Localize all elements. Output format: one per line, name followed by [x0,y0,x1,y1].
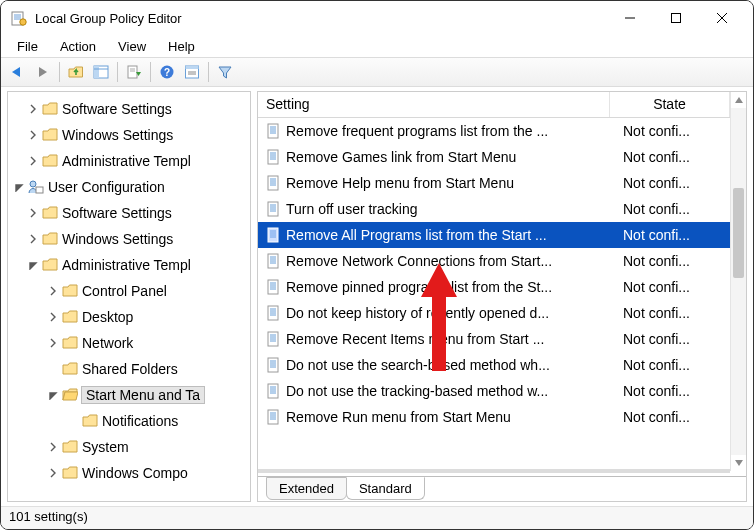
menu-action[interactable]: Action [50,37,106,56]
policy-icon [266,149,282,165]
svg-marker-25 [16,185,22,191]
setting-row[interactable]: Do not keep history of recently opened d… [258,300,746,326]
folder-open-icon [62,387,78,403]
col-setting[interactable]: Setting [258,92,610,117]
folder-icon [42,153,58,169]
setting-row[interactable]: Remove pinned programs list from the St.… [258,274,746,300]
setting-row[interactable]: Do not use the tracking-based method w..… [258,378,746,404]
setting-state: Not confi... [617,175,730,191]
tab-extended[interactable]: Extended [266,477,347,500]
tree-label: Windows Settings [62,231,177,247]
setting-state: Not confi... [617,305,730,321]
setting-row[interactable]: Remove All Programs list from the Start … [258,222,746,248]
vertical-scrollbar[interactable] [730,92,746,471]
setting-row[interactable]: Remove Network Connections from Start...… [258,248,746,274]
scroll-up-button[interactable] [731,92,746,108]
svg-marker-10 [39,67,47,77]
folder-icon [42,205,58,221]
menu-view[interactable]: View [108,37,156,56]
tree-label: Windows Compo [82,465,192,481]
tree-node-system[interactable]: System [8,434,250,460]
maximize-button[interactable] [653,3,699,33]
help-button[interactable]: ? [156,61,178,83]
tree-node-network[interactable]: Network [8,330,250,356]
folder-icon [42,101,58,117]
folder-icon [62,283,78,299]
tree-node-admin-templates-2[interactable]: Administrative Templ [8,252,250,278]
folder-icon [62,335,78,351]
export-list-button[interactable] [123,61,145,83]
horizontal-scroll-indicator [258,469,730,473]
tree-node-admin-templates[interactable]: Administrative Templ [8,148,250,174]
properties-button[interactable] [181,61,203,83]
app-icon [11,10,27,26]
tree-label: Software Settings [62,101,176,117]
svg-marker-91 [735,460,743,466]
menu-file[interactable]: File [7,37,48,56]
menu-help[interactable]: Help [158,37,205,56]
tree-label: Start Menu and Ta [82,387,204,403]
tree-label: Desktop [82,309,137,325]
column-headers[interactable]: Setting State [258,92,746,118]
up-folder-button[interactable] [65,61,87,83]
policy-icon [266,383,282,399]
setting-row[interactable]: Do not use the search-based method wh...… [258,352,746,378]
scroll-down-button[interactable] [731,455,746,471]
tree-node-software-settings-2[interactable]: Software Settings [8,200,250,226]
filter-button[interactable] [214,61,236,83]
forward-button[interactable] [32,61,54,83]
scroll-thumb[interactable] [733,188,744,278]
setting-state: Not confi... [617,149,730,165]
setting-row[interactable]: Remove Recent Items menu from Start ...N… [258,326,746,352]
setting-row[interactable]: Turn off user trackingNot confi... [258,196,746,222]
status-bar: 101 setting(s) [1,507,753,529]
setting-name: Remove pinned programs list from the St.… [286,279,616,295]
tree-node-desktop[interactable]: Desktop [8,304,250,330]
svg-rect-14 [128,66,137,78]
setting-name: Turn off user tracking [286,201,616,217]
title-bar: Local Group Policy Editor [1,1,753,35]
setting-state: Not confi... [617,253,730,269]
tree-node-windows-components[interactable]: Windows Compo [8,460,250,486]
tree-label: Administrative Templ [62,257,195,273]
folder-icon [42,127,58,143]
tree-label: System [82,439,133,455]
toolbar-separator [150,62,151,82]
setting-row[interactable]: Remove Help menu from Start MenuNot conf… [258,170,746,196]
scroll-track[interactable] [731,108,746,455]
setting-state: Not confi... [617,383,730,399]
tree-node-windows-settings[interactable]: Windows Settings [8,122,250,148]
setting-row[interactable]: Remove Run menu from Start MenuNot confi… [258,404,746,430]
tree-label: Notifications [102,413,182,429]
tab-standard[interactable]: Standard [346,477,425,500]
tree-pane[interactable]: Software Settings Windows Settings Admin… [7,91,251,502]
tree-node-start-menu[interactable]: Start Menu and Ta [8,382,250,408]
svg-marker-29 [50,393,56,399]
tree-node-notifications[interactable]: Notifications [8,408,250,434]
tree-node-control-panel[interactable]: Control Panel [8,278,250,304]
policy-icon [266,253,282,269]
tree-node-windows-settings-2[interactable]: Windows Settings [8,226,250,252]
folder-icon [62,465,78,481]
setting-state: Not confi... [617,201,730,217]
setting-row[interactable]: Remove Games link from Start MenuNot con… [258,144,746,170]
folder-icon [62,439,78,455]
tree-node-user-config[interactable]: User Configuration [8,174,250,200]
setting-state: Not confi... [617,357,730,373]
close-button[interactable] [699,3,745,33]
menu-bar: File Action View Help [1,35,753,57]
tree-label: Software Settings [62,205,176,221]
folder-icon [82,413,98,429]
setting-state: Not confi... [617,123,730,139]
back-button[interactable] [7,61,29,83]
svg-text:?: ? [164,67,170,78]
setting-row[interactable]: Remove frequent programs list from the .… [258,118,746,144]
tree-node-shared-folders[interactable]: Shared Folders [8,356,250,382]
tree-node-software-settings[interactable]: Software Settings [8,96,250,122]
setting-name: Do not use the search-based method wh... [286,357,616,373]
policy-icon [266,175,282,191]
show-tree-button[interactable] [90,61,112,83]
minimize-button[interactable] [607,3,653,33]
col-state[interactable]: State [610,92,730,117]
svg-point-26 [30,181,36,187]
